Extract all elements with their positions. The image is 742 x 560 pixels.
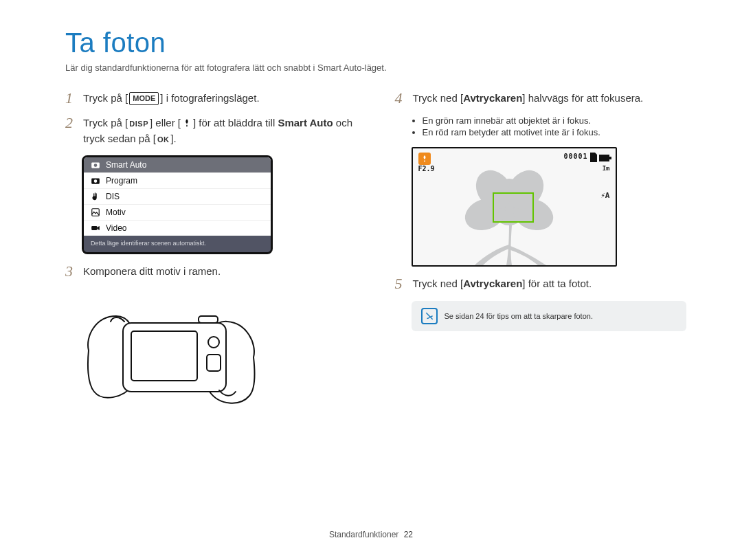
shutter-keyword: Avtryckaren bbox=[463, 278, 522, 289]
camera-mode-menu: Smart Auto Program DIS Motiv bbox=[82, 155, 273, 254]
ok-button-label: OK bbox=[157, 135, 170, 145]
svg-rect-5 bbox=[91, 226, 97, 230]
step-1-pre: Tryck på [ bbox=[83, 92, 128, 104]
footer-section: Standardfunktioner bbox=[329, 530, 398, 539]
macro-icon bbox=[182, 117, 192, 131]
camera-focus-screen: 00001 F2.9 Im ⚡A bbox=[412, 147, 617, 267]
step-2-post1: ] för att bläddra till bbox=[193, 117, 278, 128]
mode-label: DIS bbox=[106, 192, 120, 201]
page-subtitle: Lär dig standardfunktionerna för att fot… bbox=[65, 63, 694, 73]
step-4-pre: Tryck ned [ bbox=[413, 92, 464, 104]
mode-button-label: MODE bbox=[129, 92, 159, 105]
svg-rect-9 bbox=[207, 355, 221, 371]
battery-icon bbox=[599, 153, 611, 165]
mode-label: Video bbox=[106, 223, 126, 233]
svg-rect-17 bbox=[609, 157, 611, 159]
smart-auto-keyword: Smart Auto bbox=[278, 117, 333, 128]
flash-auto-badge: ⚡A bbox=[600, 191, 609, 200]
mode-row-motiv: Motiv bbox=[84, 205, 271, 221]
step-5-post: ] för att ta fotot. bbox=[522, 278, 592, 289]
mode-label: Motiv bbox=[106, 208, 126, 217]
mode-row-video: Video bbox=[84, 221, 271, 236]
step-1-post: ] i fotograferingsläget. bbox=[160, 92, 259, 104]
step-5: 5 Tryck ned [Avtryckaren] för att ta fot… bbox=[395, 276, 695, 291]
svg-rect-4 bbox=[92, 209, 100, 216]
shutter-keyword: Avtryckaren bbox=[463, 92, 522, 104]
focus-bullets: En grön ram innebär att objektet är i fo… bbox=[423, 115, 695, 137]
step-number: 5 bbox=[395, 276, 406, 291]
mode-label: Program bbox=[106, 176, 137, 186]
step-2-post3: ]. bbox=[170, 133, 176, 144]
macro-mode-icon bbox=[418, 153, 431, 165]
svg-point-3 bbox=[94, 179, 98, 183]
step-1: 1 Tryck på [MODE] i fotograferingsläget. bbox=[65, 91, 365, 106]
step-5-pre: Tryck ned [ bbox=[413, 278, 464, 289]
hand-icon bbox=[91, 192, 100, 201]
mode-row-smart-auto: Smart Auto bbox=[84, 157, 271, 173]
tip-box: Se sidan 24 för tips om att ta skarpare … bbox=[412, 301, 686, 331]
camera-p-icon bbox=[91, 176, 100, 186]
step-number: 1 bbox=[65, 91, 76, 106]
step-4: 4 Tryck ned [Avtryckaren] halvvägs för a… bbox=[395, 91, 695, 106]
step-2-mid: ] eller [ bbox=[150, 117, 181, 128]
svg-point-1 bbox=[94, 164, 98, 167]
step-number: 4 bbox=[395, 91, 406, 106]
step-3: 3 Komponera ditt motiv i ramen. bbox=[65, 264, 365, 279]
page-number: 22 bbox=[404, 530, 413, 539]
page-title: Ta foton bbox=[65, 27, 694, 58]
scene-icon bbox=[91, 208, 100, 217]
mode-row-program: Program bbox=[84, 173, 271, 189]
step-3-text: Komponera ditt motiv i ramen. bbox=[83, 264, 365, 278]
page-footer: Standardfunktioner 22 bbox=[0, 530, 742, 539]
step-2: 2 Tryck på [DISP] eller [] för att blädd… bbox=[65, 115, 365, 146]
focus-rectangle bbox=[493, 192, 534, 223]
svg-rect-10 bbox=[199, 316, 218, 323]
bullet-red-frame: En röd ram betyder att motivet inte är i… bbox=[423, 127, 695, 137]
mode-label: Smart Auto bbox=[106, 160, 146, 170]
f-number: F2.9 bbox=[418, 165, 435, 172]
step-number: 2 bbox=[65, 115, 76, 131]
tip-text: Se sidan 24 för tips om att ta skarpare … bbox=[445, 312, 593, 320]
mode-menu-caption: Detta läge identifierar scenen automatis… bbox=[84, 236, 271, 252]
shot-counter: 00001 bbox=[563, 153, 587, 160]
disp-button-label: DISP bbox=[129, 119, 148, 129]
left-column: 1 Tryck på [MODE] i fotograferingsläget.… bbox=[65, 91, 365, 419]
sd-card-icon bbox=[589, 153, 597, 165]
camera-auto-icon bbox=[91, 160, 100, 170]
step-2-pre: Tryck på [ bbox=[83, 117, 128, 128]
step-4-post: ] halvvägs för att fokusera. bbox=[522, 92, 643, 104]
step-number: 3 bbox=[65, 264, 76, 279]
svg-rect-16 bbox=[599, 155, 609, 161]
svg-rect-7 bbox=[131, 331, 197, 381]
video-icon bbox=[91, 223, 100, 233]
note-icon bbox=[421, 308, 438, 324]
image-size-badge: Im bbox=[603, 165, 610, 172]
right-column: 4 Tryck ned [Avtryckaren] halvvägs för a… bbox=[395, 91, 695, 419]
svg-point-8 bbox=[208, 337, 219, 348]
camera-in-hands-illustration bbox=[82, 289, 260, 419]
bullet-green-frame: En grön ram innebär att objektet är i fo… bbox=[423, 115, 695, 126]
mode-row-dis: DIS bbox=[84, 189, 271, 205]
